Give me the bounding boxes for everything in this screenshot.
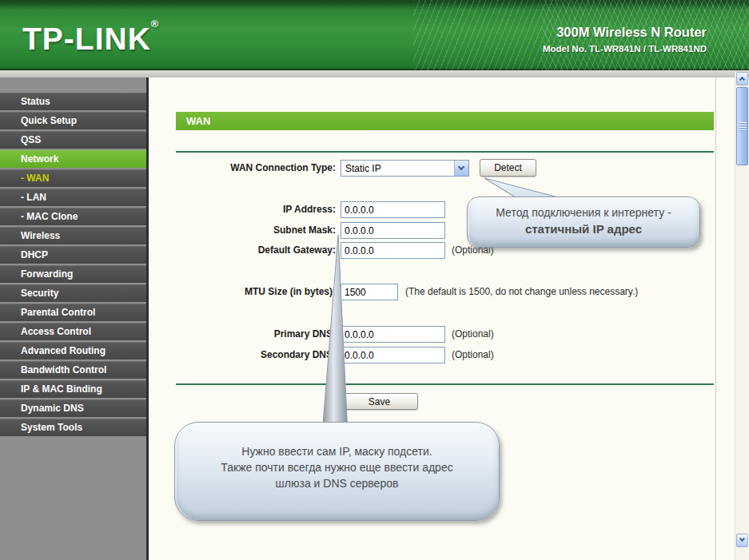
wan-connection-type-label: WAN Connection Type: bbox=[176, 162, 336, 173]
mtu-size-label: MTU Size (in bytes): bbox=[176, 286, 336, 297]
sidebar-item-wireless[interactable]: Wireless bbox=[0, 227, 146, 244]
sidebar-item-bandwidth-control[interactable]: Bandwidth Control bbox=[0, 361, 146, 379]
scroll-down-button[interactable] bbox=[736, 534, 748, 547]
bottom-separator bbox=[176, 383, 714, 385]
scrollbar-grip bbox=[739, 122, 747, 131]
chevron-down-icon[interactable] bbox=[454, 161, 468, 176]
vertical-scrollbar[interactable] bbox=[735, 72, 748, 560]
tp-link-logo: TP-LINK® bbox=[22, 18, 159, 57]
header-bottom-strip bbox=[0, 70, 749, 77]
header-product-info: 300M Wireless N Router Model No. TL-WR84… bbox=[543, 25, 707, 54]
sidebar-item-quick-setup[interactable]: Quick Setup bbox=[0, 112, 146, 129]
sidebar-item-parental-control[interactable]: Parental Control bbox=[0, 304, 146, 321]
default-gateway-label: Default Gateway: bbox=[176, 244, 336, 256]
detect-button[interactable]: Detect bbox=[480, 159, 536, 177]
default-gateway-input[interactable] bbox=[341, 242, 445, 259]
top-separator bbox=[176, 151, 714, 153]
chevron-down-icon bbox=[739, 536, 745, 542]
subnet-mask-input[interactable] bbox=[341, 222, 445, 239]
secondary-dns-label: Secondary DNS: bbox=[176, 349, 336, 360]
sidebar-item-system-tools[interactable]: System Tools bbox=[0, 419, 146, 436]
tooltip-text: шлюза и DNS серверов bbox=[175, 477, 499, 490]
sidebar-item-list: StatusQuick SetupQSSNetwork- WAN- LAN- M… bbox=[0, 93, 146, 438]
sidebar-item-dhcp[interactable]: DHCP bbox=[0, 246, 146, 264]
tooltip-text: Нужно ввести сам IP, маску подсети. bbox=[175, 445, 499, 458]
header: TP-LINK® 300M Wireless N Router Model No… bbox=[0, 0, 749, 70]
secondary-dns-optional-note: (Optional) bbox=[452, 349, 494, 360]
tooltip-connection-type: Метод подключения к интернету - статичны… bbox=[467, 197, 700, 248]
sidebar-item-qss[interactable]: QSS bbox=[0, 131, 146, 149]
sidebar-item-forwarding[interactable]: Forwarding bbox=[0, 265, 146, 283]
product-name: 300M Wireless N Router bbox=[543, 25, 707, 40]
subnet-mask-label: Subnet Mask: bbox=[176, 224, 336, 236]
model-number: Model No. TL-WR841N / TL-WR841ND bbox=[543, 44, 707, 54]
content-right-divider bbox=[715, 77, 716, 560]
sidebar-item-lan[interactable]: - LAN bbox=[0, 189, 146, 206]
sidebar-item-wan[interactable]: - WAN bbox=[0, 169, 146, 187]
tooltip-text: Метод подключения к интернету - bbox=[468, 206, 699, 219]
router-admin-page: TP-LINK® 300M Wireless N Router Model No… bbox=[0, 0, 749, 560]
primary-dns-optional-note: (Optional) bbox=[452, 328, 494, 340]
sidebar-item-access-control[interactable]: Access Control bbox=[0, 323, 146, 340]
wan-connection-type-select[interactable]: Static IP bbox=[341, 160, 469, 177]
sidebar-item-ip-mac-binding[interactable]: IP & MAC Binding bbox=[0, 380, 146, 398]
sidebar-item-network[interactable]: Network bbox=[0, 150, 146, 168]
primary-dns-input[interactable] bbox=[341, 326, 445, 343]
tooltip-fields-hint: Нужно ввести сам IP, маску подсети. Такж… bbox=[174, 422, 500, 521]
sidebar-item-mac-clone[interactable]: - MAC Clone bbox=[0, 208, 146, 225]
tooltip-text-bold: статичный IP адрес bbox=[468, 222, 699, 236]
tooltip-text: Также почти всегда нужно еще ввести адре… bbox=[175, 461, 499, 474]
sidebar-item-security[interactable]: Security bbox=[0, 284, 146, 302]
primary-dns-label: Primary DNS: bbox=[176, 328, 336, 340]
secondary-dns-input[interactable] bbox=[341, 347, 445, 363]
ip-address-input[interactable] bbox=[341, 201, 445, 218]
scroll-up-button[interactable] bbox=[736, 72, 748, 85]
sidebar-item-advanced-routing[interactable]: Advanced Routing bbox=[0, 342, 146, 359]
chevron-up-icon bbox=[739, 77, 745, 82]
sidebar-item-dynamic-dns[interactable]: Dynamic DNS bbox=[0, 399, 146, 417]
page-title: WAN bbox=[176, 112, 714, 130]
selected-option-text: Static IP bbox=[345, 163, 381, 174]
sidebar-menu: StatusQuick SetupQSSNetwork- WAN- LAN- M… bbox=[0, 77, 149, 560]
mtu-note: (The default is 1500, do not change unle… bbox=[405, 286, 638, 297]
scrollbar-thumb[interactable] bbox=[736, 87, 748, 165]
ip-address-label: IP Address: bbox=[176, 204, 336, 215]
tooltip-tail-pointer bbox=[317, 233, 355, 438]
sidebar-item-status[interactable]: Status bbox=[0, 93, 146, 110]
